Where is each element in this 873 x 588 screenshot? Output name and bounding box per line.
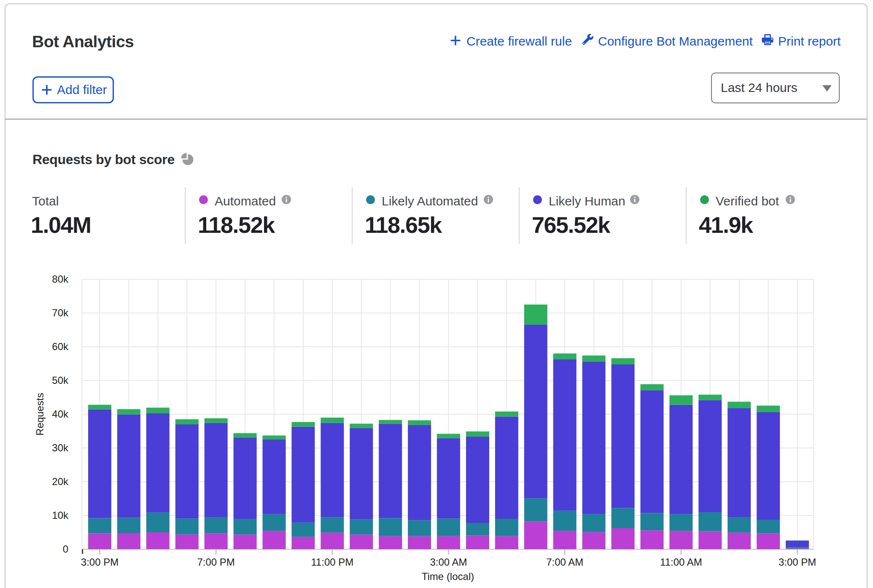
- svg-text:0: 0: [63, 543, 68, 555]
- svg-text:Requests: Requests: [34, 393, 46, 435]
- svg-text:70k: 70k: [52, 307, 69, 318]
- svg-text:Time (local): Time (local): [422, 571, 474, 582]
- svg-text:10k: 10k: [52, 510, 69, 521]
- svg-text:7:00 PM: 7:00 PM: [197, 556, 234, 568]
- svg-text:20k: 20k: [52, 476, 69, 487]
- svg-text:30k: 30k: [52, 442, 69, 453]
- svg-text:80k: 80k: [52, 273, 69, 285]
- svg-text:3:00 AM: 3:00 AM: [430, 556, 467, 568]
- svg-text:40k: 40k: [52, 408, 69, 420]
- svg-text:50k: 50k: [52, 375, 69, 386]
- svg-text:3:00 PM: 3:00 PM: [81, 556, 119, 568]
- svg-text:3:00 PM: 3:00 PM: [779, 556, 816, 568]
- svg-text:11:00 PM: 11:00 PM: [311, 556, 353, 568]
- svg-text:60k: 60k: [52, 341, 69, 352]
- svg-text:11:00 AM: 11:00 AM: [660, 556, 702, 568]
- svg-text:7:00 AM: 7:00 AM: [546, 556, 583, 568]
